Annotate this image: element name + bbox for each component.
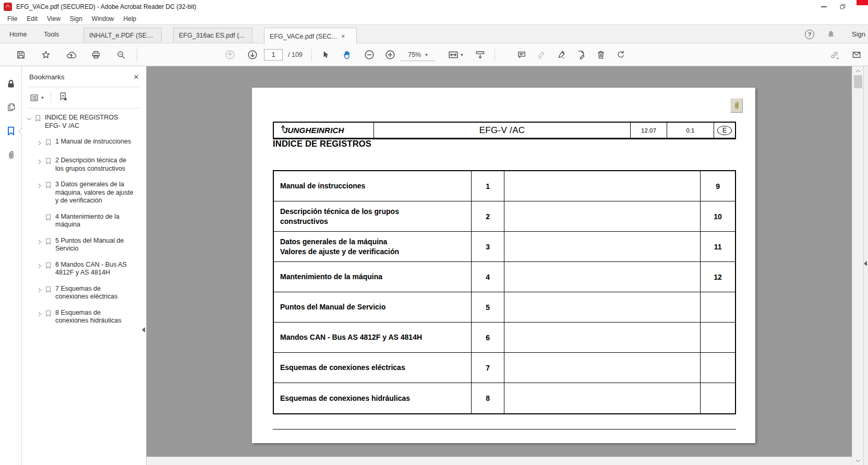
delete-pages-icon[interactable] [594,47,608,62]
bookmark-label[interactable]: 8 Esquemas de conexiones hidráulicas [55,309,134,325]
chevron-right-icon[interactable] [37,157,44,173]
pdf-page: JUNGHEINRICH EFG-V /AC 12.07 0.1 E INDIC… [252,88,755,443]
sign-in-link[interactable]: Sign [852,30,865,38]
row-title: Mandos CAN - Bus AS 4812F y AS 4814H [280,332,422,342]
notifications-bell-icon[interactable] [826,29,836,42]
table-row: Descripción técnica de los grupos constr… [274,201,735,232]
chevron-right-icon[interactable] [37,261,44,277]
scroll-up-icon[interactable] [852,68,864,74]
menu-sign[interactable]: Sign [65,15,87,22]
menu-file[interactable]: File [3,15,22,22]
row-title: Esquemas de conexiones hidráulicas [280,394,410,403]
bookmark-label[interactable]: 3 Datos generales de la máquina, valores… [55,181,134,205]
edit-pdf-icon[interactable] [574,47,588,62]
next-page-icon[interactable] [245,47,260,62]
menu-window[interactable]: Window [87,15,119,22]
row-empty-cell [504,171,701,201]
language-badge: E [714,123,735,138]
menu-help[interactable]: Help [119,15,141,22]
help-icon[interactable]: ? [805,30,814,39]
page-number-input[interactable]: 1 [264,49,283,61]
row-chapter: 8 [486,394,490,402]
row-page: 12 [714,273,722,281]
bookmark-label[interactable]: 2 Descripción técnica de los grupos cons… [55,157,134,173]
hand-tool-icon[interactable] [340,47,355,62]
fill-sign-icon[interactable] [554,47,569,62]
bookmark-label[interactable]: 6 Mandos CAN - Bus AS 4812F y AS 4814H [55,261,134,277]
tab-home[interactable]: Home [9,25,27,43]
search-icon[interactable] [114,47,128,62]
current-bookmark-button[interactable] [58,91,69,104]
tab-bar: Home Tools INHALT_e.PDF (SEC... EFG_316a… [0,25,868,43]
bookmark-item-root[interactable]: INDICE DE REGISTROS EFG- V /AC [26,114,142,130]
bookmark-icon [44,157,55,173]
menu-view[interactable]: View [42,15,65,22]
attachment-annotation-icon[interactable] [730,98,743,113]
vertical-scrollbar[interactable] [852,66,863,457]
expand-tools-pane-handle[interactable] [864,261,867,266]
save-icon[interactable] [14,47,28,62]
reading-mode-icon[interactable] [473,47,487,62]
chevron-right-icon[interactable] [37,309,44,325]
scrollbar-thumb[interactable] [854,75,862,88]
row-empty-cell [504,201,701,231]
bookmark-label[interactable]: INDICE DE REGISTROS EFG- V /AC [45,114,124,130]
minimize-button[interactable] [821,6,827,7]
chevron-right-icon[interactable] [37,285,44,301]
cloud-upload-icon[interactable] [64,47,78,62]
row-chapter: 3 [486,243,490,251]
horizontal-scrollbar[interactable] [147,457,852,465]
comment-icon[interactable] [514,47,529,62]
select-tool-icon[interactable] [318,47,333,62]
highlight-icon[interactable] [534,47,549,62]
tab-document-inhalt[interactable]: INHALT_e.PDF (SEC... [83,28,162,43]
row-chapter: 6 [486,333,490,342]
rotate-pages-icon[interactable] [613,47,628,62]
chevron-down-icon[interactable] [26,114,34,130]
table-row: Esquemas de conexiones hidráulicas 8 [274,383,735,413]
chevron-right-icon[interactable] [37,138,44,149]
bookmark-label[interactable]: 4 Mantenimiento de la máquina [55,213,134,229]
bookmark-item[interactable]: 2 Descripción técnica de los grupos cons… [26,157,142,173]
close-button[interactable] [857,0,868,5]
tab-document-efg316ac[interactable]: EFG_316ac ES.pdf (... [173,28,252,43]
row-chapter: 4 [486,273,490,281]
restore-button[interactable] [839,3,847,13]
fit-width-icon[interactable]: ▾ [444,47,466,62]
scroll-down-icon[interactable] [852,457,863,465]
email-icon[interactable] [849,47,864,62]
chevron-right-icon[interactable] [37,181,44,205]
zoom-level-dropdown[interactable]: 75% ▾ [401,49,435,61]
document-canvas[interactable]: JUNGHEINRICH EFG-V /AC 12.07 0.1 E INDIC… [147,66,852,465]
security-lock-icon[interactable] [0,78,22,90]
close-icon[interactable]: × [134,73,139,81]
bookmark-item[interactable]: 4 Mantenimiento de la máquina [26,213,142,229]
star-favorites-icon[interactable] [39,47,53,62]
bookmark-label[interactable]: 1 Manual de instrucciones [55,138,131,149]
tab-close-icon[interactable]: × [341,33,345,40]
attachments-icon[interactable] [0,150,22,161]
bookmark-item[interactable]: 6 Mandos CAN - Bus AS 4812F y AS 4814H [26,261,142,277]
collapse-panel-handle[interactable] [142,327,145,332]
bookmark-item[interactable]: 7 Esquemas de conexiones eléctricas [26,285,142,301]
menu-edit[interactable]: Edit [22,15,42,22]
bookmark-label[interactable]: 7 Esquemas de conexiones eléctricas [55,285,134,301]
row-chapter: 7 [486,364,490,372]
bookmark-item[interactable]: 5 Puntos del Manual de Servicio [26,237,142,253]
share-link-icon[interactable] [827,47,841,62]
zoom-in-icon[interactable] [383,47,397,62]
bookmark-label[interactable]: 5 Puntos del Manual de Servicio [55,237,134,253]
chevron-down-icon: ▾ [425,52,428,57]
row-title: Descripción técnica de los grupos constr… [280,207,399,226]
print-icon[interactable] [89,47,103,62]
bookmark-item[interactable]: 8 Esquemas de conexiones hidráulicas [26,309,142,325]
bookmark-item[interactable]: 1 Manual de instrucciones [26,138,142,149]
chevron-right-icon[interactable] [37,237,44,253]
zoom-out-icon[interactable] [362,47,377,62]
page-thumbnails-icon[interactable] [0,102,22,113]
bookmarks-panel: Bookmarks × ▾ [22,66,147,465]
options-menu-button[interactable]: ▾ [29,93,44,103]
tab-document-efgvace-active[interactable]: EFG_VACe.pdf (SEC... × [264,28,357,44]
tab-tools[interactable]: Tools [44,25,59,43]
bookmark-item[interactable]: 3 Datos generales de la máquina, valores… [26,181,142,205]
